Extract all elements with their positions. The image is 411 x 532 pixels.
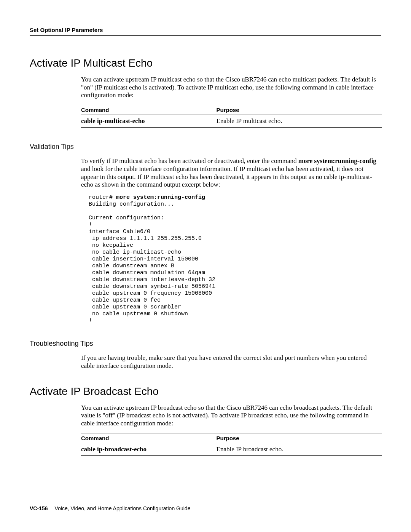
cell-purpose: Enable IP broadcast echo. bbox=[217, 443, 382, 455]
doc-title: Voice, Video, and Home Applications Conf… bbox=[54, 505, 190, 511]
validation-bold-cmd: more system:running-config bbox=[298, 157, 376, 165]
code-command: more system:running-config bbox=[116, 194, 205, 201]
page: Set Optional IP Parameters Activate IP M… bbox=[0, 0, 411, 532]
command-table-multicast: Command Purpose cable ip-multicast-echo … bbox=[81, 105, 382, 128]
code-prompt: router# bbox=[89, 194, 116, 201]
table-header-row: Command Purpose bbox=[81, 433, 382, 443]
col-command: Command bbox=[81, 433, 217, 443]
code-output: Building configuration... Current config… bbox=[89, 201, 215, 324]
page-number: VC-156 bbox=[30, 505, 48, 511]
validation-paragraph: To verify if IP multicast echo has been … bbox=[81, 157, 381, 189]
table-header-row: Command Purpose bbox=[81, 105, 382, 115]
footer-rule bbox=[30, 502, 381, 502]
troubleshooting-paragraph: If you are having trouble, make sure tha… bbox=[81, 354, 381, 370]
page-footer: VC-156Voice, Video, and Home Application… bbox=[30, 502, 381, 511]
code-block: router# more system:running-config Build… bbox=[89, 194, 381, 324]
troubleshooting-heading: Troubleshooting Tips bbox=[30, 340, 381, 348]
cell-purpose: Enable IP multicast echo. bbox=[217, 115, 382, 128]
footer-line: VC-156Voice, Video, and Home Application… bbox=[30, 505, 381, 511]
validation-text-pre: To verify if IP multicast echo has been … bbox=[81, 157, 298, 165]
section2-intro: You can activate upstream IP broadcast e… bbox=[81, 404, 381, 428]
validation-heading: Validation Tips bbox=[30, 143, 381, 151]
table-row: cable ip-broadcast-echo Enable IP broadc… bbox=[81, 443, 382, 455]
cell-command: cable ip-multicast-echo bbox=[81, 115, 217, 128]
section-heading-multicast: Activate IP Multicast Echo bbox=[30, 57, 381, 69]
section-heading-broadcast: Activate IP Broadcast Echo bbox=[30, 385, 381, 398]
head-rule bbox=[30, 35, 381, 36]
running-head: Set Optional IP Parameters bbox=[30, 27, 381, 33]
command-table-broadcast: Command Purpose cable ip-broadcast-echo … bbox=[81, 433, 382, 456]
table-row: cable ip-multicast-echo Enable IP multic… bbox=[81, 115, 382, 128]
col-command: Command bbox=[81, 105, 217, 115]
col-purpose: Purpose bbox=[217, 433, 382, 443]
cell-command: cable ip-broadcast-echo bbox=[81, 443, 217, 455]
col-purpose: Purpose bbox=[217, 105, 382, 115]
section1-intro: You can activate upstream IP multicast e… bbox=[81, 76, 381, 99]
validation-text-post: and look for the cable interface configu… bbox=[81, 165, 372, 188]
